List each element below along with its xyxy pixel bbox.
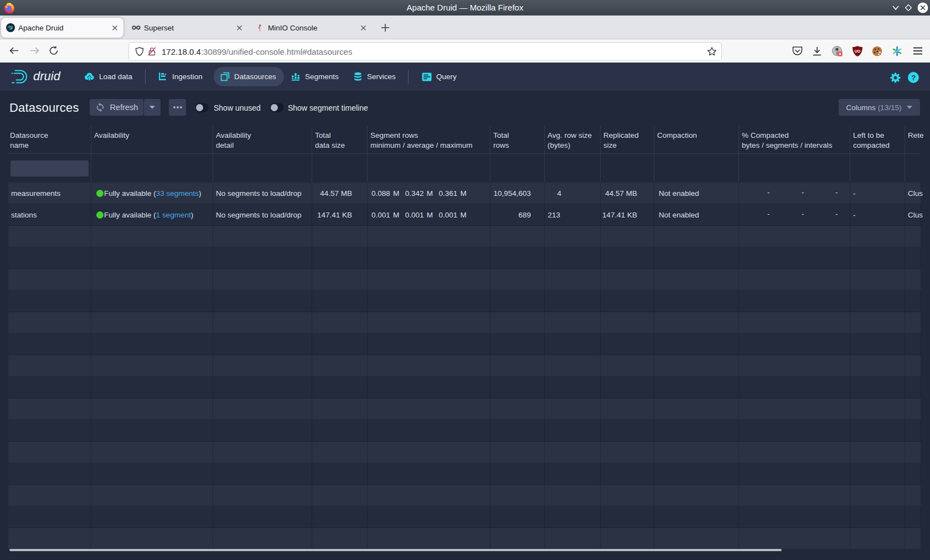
svg-text:UO: UO — [855, 49, 861, 53]
svg-text:?: ? — [911, 74, 916, 82]
